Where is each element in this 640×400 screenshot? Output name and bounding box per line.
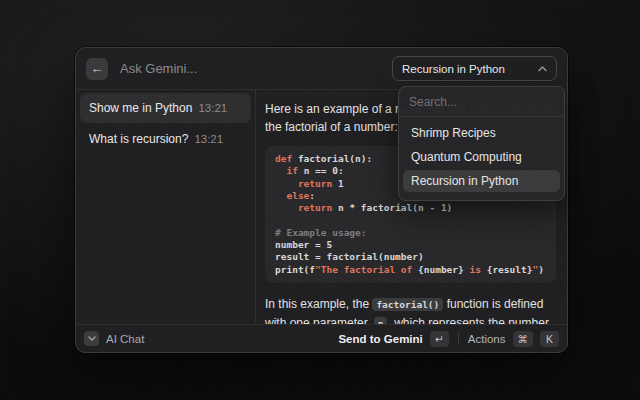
dropdown-option-shrimp-recipes[interactable]: Shrimp Recipes: [403, 122, 560, 144]
window-header: ← Recursion in Python: [76, 48, 567, 90]
window-footer: AI Chat Send to Gemini ↵ Actions ⌘ K: [76, 324, 567, 352]
actions-button[interactable]: Actions: [468, 333, 506, 345]
inline-code-factorial: factorial(): [372, 298, 443, 311]
history-item-time: 13:21: [194, 133, 223, 145]
arrow-left-icon: ←: [91, 61, 104, 76]
history-item-show-me-in-python[interactable]: Show me in Python 13:21: [80, 93, 251, 123]
ask-gemini-window: ← Recursion in Python Show me in Python …: [75, 47, 568, 353]
desktop-background: ← Recursion in Python Show me in Python …: [0, 0, 640, 400]
chat-history-sidebar: Show me in Python 13:21 What is recursio…: [76, 90, 256, 324]
history-item-label: What is recursion?: [89, 132, 188, 146]
response-explanation-text: In this example, the factorial() functio…: [265, 295, 556, 324]
model-dropdown-panel: Shrimp Recipes Quantum Computing Recursi…: [398, 86, 565, 201]
chevron-down-icon: [88, 336, 96, 341]
back-button[interactable]: ←: [86, 58, 108, 80]
mode-label: AI Chat: [106, 333, 144, 345]
chevron-up-icon: [538, 66, 547, 72]
model-selector-label: Recursion in Python: [402, 63, 505, 75]
footer-divider: [458, 333, 459, 345]
dropdown-options-list: Shrimp Recipes Quantum Computing Recursi…: [399, 117, 564, 200]
history-item-label: Show me in Python: [89, 101, 192, 115]
send-to-gemini-button[interactable]: Send to Gemini: [338, 333, 422, 345]
dropdown-search-input[interactable]: [399, 87, 564, 116]
dropdown-option-recursion-in-python[interactable]: Recursion in Python: [403, 170, 560, 192]
explanation-segment: In this example, the: [265, 297, 372, 311]
cmd-keycap[interactable]: ⌘: [513, 331, 534, 347]
history-item-time: 13:21: [198, 102, 227, 114]
prompt-input[interactable]: [118, 60, 382, 77]
model-selector-button[interactable]: Recursion in Python: [392, 56, 557, 81]
inline-code-n: n: [374, 317, 388, 324]
ai-chat-icon: [84, 331, 99, 346]
enter-keycap[interactable]: ↵: [430, 331, 449, 347]
dropdown-option-quantum-computing[interactable]: Quantum Computing: [403, 146, 560, 168]
k-keycap[interactable]: K: [540, 331, 559, 347]
history-item-what-is-recursion[interactable]: What is recursion? 13:21: [80, 124, 251, 154]
